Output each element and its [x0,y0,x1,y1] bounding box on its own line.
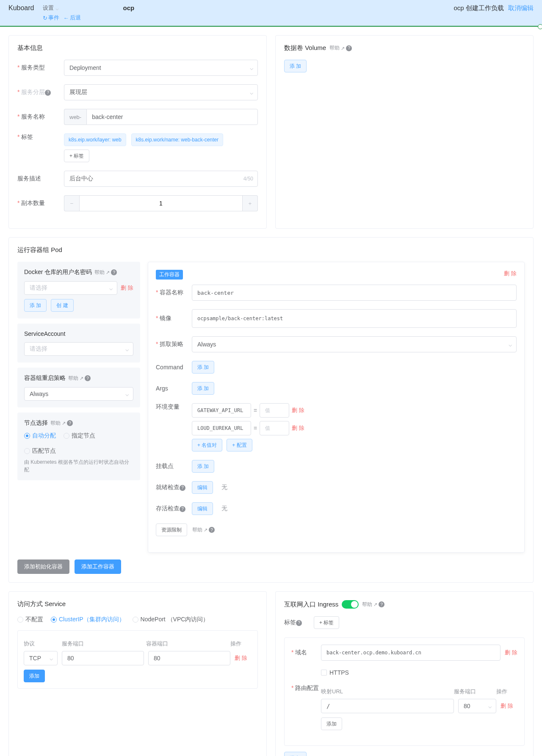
basic-title: 基本信息 [17,44,258,52]
service-title: 访问方式 Service [17,600,258,608]
char-count: 4/50 [243,176,253,182]
add-tag-button[interactable]: + 标签 [64,150,89,162]
add-env-config[interactable]: + 配置 [227,439,252,451]
ingress-help[interactable]: 帮助 ? [362,601,384,608]
add-route[interactable]: 添加 [321,717,342,730]
label-layer: 服务分层? [17,89,64,96]
add-mount[interactable]: 添 加 [192,460,214,473]
edit-ready[interactable]: 编辑 [192,481,213,494]
header: Kuboard 设置 ⌵ ↻ 事件 ← 后退 ocp ocp 创建工作负载 取消… [0,0,542,26]
resource-limit[interactable]: 资源限制 [156,523,187,536]
volume-help[interactable]: 帮助 ? [329,44,352,52]
docker-add[interactable]: 添 加 [24,299,47,312]
restart-card: 容器组重启策略 帮助 ? Always [17,368,140,407]
label-replicas: 副本数量 [17,199,64,207]
stepper-minus[interactable]: − [64,195,79,211]
radio-auto[interactable]: 自动分配 [24,432,56,440]
replicas-input[interactable] [79,195,243,211]
cancel-edit[interactable]: 取消编辑 [508,4,534,12]
container-badge: 工作容器 [156,270,183,280]
add-command[interactable]: 添 加 [192,361,214,374]
radio-no-svc[interactable]: 不配置 [17,616,43,623]
help-icon[interactable]: ? [180,485,185,491]
stepper-plus[interactable]: + [243,195,258,211]
help-icon[interactable]: ? [45,90,51,96]
pod-card: 运行容器组 Pod Docker 仓库的用户名密码 帮助 ? 请选择 删 除 添… [8,237,534,583]
env1-name[interactable]: GATEWAY_API_URL [192,403,251,418]
resource-help[interactable]: 帮助 ? [192,526,215,534]
add-args[interactable]: 添 加 [192,382,214,395]
protocol-select[interactable]: TCP [24,651,58,665]
pull-select[interactable]: Always [192,336,517,352]
label-tags: 标签 [17,133,64,141]
page-title: ocp 创建工作负载 取消编辑 [454,4,534,12]
https-checkbox[interactable] [321,670,327,676]
pod-title: 运行容器组 Pod [17,246,525,254]
container-card: 工作容器 删 除 容器名称back-center 镜像ocpsample/bac… [148,262,525,553]
docker-delete[interactable]: 删 除 [121,284,133,292]
service-card: 访问方式 Service 不配置 ClusterIP（集群内访问） NodePo… [8,591,267,756]
label-desc: 服务描述 [17,175,64,183]
path-input[interactable]: / [321,699,454,713]
node-card: 节点选择 帮助 ? 自动分配 指定节点 匹配节点 由 Kubernetes 根据… [17,413,140,480]
radio-clusterip[interactable]: ClusterIP（集群内访问） [51,616,125,623]
restart-help[interactable]: 帮助 ? [68,375,91,382]
domain-delete[interactable]: 删 除 [505,649,517,656]
help-icon[interactable]: ? [296,620,302,626]
namespace: ocp [123,4,135,11]
progress-bar [0,26,542,27]
svc-port-input[interactable]: 80 [62,651,144,665]
env1-del[interactable]: 删 除 [292,407,304,414]
svc-delete[interactable]: 删 除 [235,654,252,662]
env2-del[interactable]: 删 除 [292,424,304,432]
tag-name[interactable]: k8s.eip.work/name: web-back-center [131,133,223,146]
ingress-card: 互联网入口 Ingress 帮助 ? 标签? + 标签 域名 back-cent… [275,591,534,756]
image-input[interactable]: ocpsample/back-center:latest [192,309,517,328]
domain-input[interactable]: back-center.ocp.demo.kuboard.cn [321,645,501,661]
docker-create[interactable]: 创 建 [51,299,73,312]
container-delete[interactable]: 删 除 [504,270,517,280]
route-delete[interactable]: 删 除 [501,702,517,710]
route-port-select[interactable]: 80 [458,699,496,713]
radio-match[interactable]: 匹配节点 [24,447,56,455]
label-name: 服务名称 [17,113,64,121]
add-init-container[interactable]: 添加初始化容器 [17,559,69,574]
add-volume-button[interactable]: 添 加 [284,60,307,72]
restart-select[interactable]: Always [24,387,133,401]
add-ingress[interactable]: 添 加 [284,752,307,756]
service-type-select[interactable]: Deployment [64,60,258,76]
settings-link[interactable]: 设置 [43,4,54,12]
layer-select[interactable]: 展现层 [64,84,258,100]
help-icon[interactable]: ? [180,506,185,512]
back-link[interactable]: ← 后退 [64,14,81,22]
desc-input[interactable]: 后台中心 4/50 [64,171,258,187]
env2-name[interactable]: LOUD_EUREKA_URL [192,421,251,435]
node-hint: 由 Kubernetes 根据各节点的运行时状态自动分配 [24,458,133,474]
radio-nodeport[interactable]: NodePort （VPC内访问） [133,616,209,623]
node-help[interactable]: 帮助 ? [50,420,73,427]
env1-val[interactable]: 值 [260,403,289,418]
add-env-pair[interactable]: + 名值对 [192,439,222,451]
ingress-title: 互联网入口 Ingress 帮助 ? [284,600,525,609]
edit-live[interactable]: 编辑 [192,502,213,515]
sa-select[interactable]: 请选择 [24,342,133,356]
container-name-input[interactable]: back-center [192,285,517,301]
docker-secret-select[interactable]: 请选择 [24,281,117,295]
ingress-add-tag[interactable]: + 标签 [314,616,339,629]
sa-card: ServiceAccount 请选择 [17,324,140,363]
brand: Kuboard [8,4,34,12]
container-port-input[interactable]: 80 [148,651,230,665]
events-link[interactable]: ↻ 事件 [43,14,59,22]
label-service-type: 服务类型 [17,64,64,72]
docker-secret-card: Docker 仓库的用户名密码 帮助 ? 请选择 删 除 添 加 创 建 [17,262,140,318]
add-service-port[interactable]: 添加 [24,670,45,682]
tag-layer[interactable]: k8s.eip.work/layer: web [64,133,126,146]
volume-title: 数据卷 Volume 帮助 ? [284,44,525,52]
chevron-down-icon: ⌵ [55,5,59,11]
radio-assign[interactable]: 指定节点 [64,432,95,440]
add-work-container[interactable]: 添加工作容器 [75,559,121,574]
env2-val[interactable]: 值 [260,421,289,435]
docker-help[interactable]: 帮助 ? [94,269,117,276]
ingress-toggle[interactable] [342,600,359,609]
name-input[interactable]: back-center [86,109,258,125]
